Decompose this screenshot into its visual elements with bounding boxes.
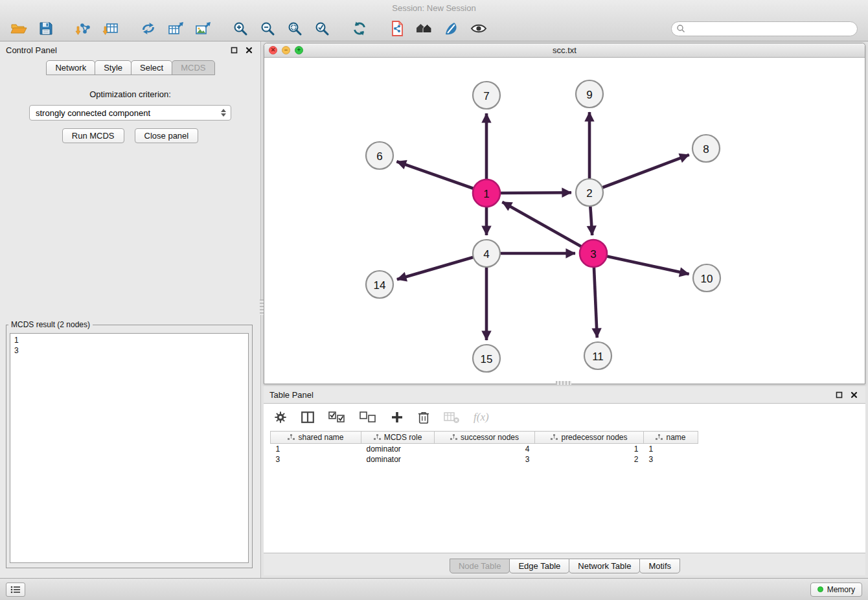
refresh-layout-button[interactable] bbox=[348, 19, 371, 38]
edge-3-10[interactable] bbox=[593, 253, 689, 274]
table-cell[interactable]: dominator bbox=[361, 454, 435, 465]
column-header-label: shared name bbox=[298, 433, 343, 442]
add-column-button[interactable] bbox=[391, 411, 404, 424]
column-sort-icon bbox=[288, 434, 295, 441]
table-cell[interactable]: 1 bbox=[271, 444, 361, 455]
vertical-splitter-handle[interactable] bbox=[260, 299, 264, 315]
zoom-in-button[interactable] bbox=[229, 19, 251, 38]
style-brush-button[interactable] bbox=[440, 19, 463, 38]
float-table-panel-button[interactable] bbox=[833, 389, 845, 400]
save-session-button[interactable] bbox=[35, 19, 57, 38]
unselect-all-button[interactable] bbox=[360, 411, 376, 423]
column-header-successor-nodes[interactable]: successor nodes bbox=[435, 432, 535, 444]
gear-icon bbox=[274, 411, 287, 424]
table-cell[interactable]: 2 bbox=[535, 454, 644, 465]
zoom-selected-button[interactable] bbox=[311, 19, 333, 38]
table-row[interactable]: 1dominator411 bbox=[271, 444, 698, 455]
export-network-button[interactable] bbox=[137, 19, 159, 38]
optimization-criterion-label: Optimization criterion: bbox=[0, 89, 260, 99]
edge-2-8[interactable] bbox=[589, 155, 689, 192]
tab-network[interactable]: Network bbox=[46, 60, 95, 75]
network-document-button[interactable] bbox=[386, 19, 408, 38]
table-tab-node-table[interactable]: Node Table bbox=[450, 559, 510, 573]
function-builder-button: f(x) bbox=[474, 411, 489, 424]
column-header-label: name bbox=[666, 433, 685, 442]
table-panel-title: Table Panel bbox=[269, 390, 314, 400]
float-control-panel-button[interactable] bbox=[228, 44, 240, 56]
column-header-name[interactable]: name bbox=[644, 432, 698, 444]
node-9[interactable]: 9 bbox=[576, 80, 603, 108]
search-icon bbox=[676, 24, 685, 33]
table-cell[interactable]: 3 bbox=[271, 454, 361, 465]
table-cell[interactable]: 1 bbox=[535, 444, 644, 455]
tab-select[interactable]: Select bbox=[131, 60, 172, 75]
column-header-shared-name[interactable]: shared name bbox=[271, 432, 361, 444]
close-table-panel-button[interactable] bbox=[848, 389, 860, 400]
search-input[interactable] bbox=[671, 21, 858, 36]
zoom-out-icon bbox=[260, 21, 275, 36]
minimize-window-button[interactable]: − bbox=[282, 46, 290, 54]
status-menu-button[interactable] bbox=[6, 583, 25, 597]
node-15[interactable]: 15 bbox=[473, 345, 500, 372]
show-columns-button[interactable] bbox=[301, 411, 314, 423]
open-session-button[interactable] bbox=[8, 19, 30, 38]
import-network-icon bbox=[75, 21, 92, 36]
unselect-all-icon bbox=[360, 411, 376, 423]
edge-3-1[interactable] bbox=[502, 202, 593, 253]
table-tab-network-table[interactable]: Network Table bbox=[569, 559, 640, 573]
table-tab-edge-table[interactable]: Edge Table bbox=[509, 559, 569, 573]
import-network-button[interactable] bbox=[73, 19, 95, 38]
node-7[interactable]: 7 bbox=[473, 82, 500, 109]
network-window-titlebar[interactable]: scc.txt ✕ − + bbox=[264, 43, 865, 58]
node-1[interactable]: 1 bbox=[473, 179, 500, 207]
table-tab-motifs[interactable]: Motifs bbox=[639, 559, 680, 573]
table-cell[interactable]: 4 bbox=[435, 444, 535, 455]
horizontal-splitter-handle[interactable] bbox=[556, 381, 571, 385]
network-canvas[interactable]: 7968124314101511 bbox=[264, 58, 865, 384]
node-14[interactable]: 14 bbox=[366, 271, 393, 298]
mcds-result-text[interactable]: 1 3 bbox=[10, 333, 249, 563]
close-mcds-panel-button[interactable]: Close panel bbox=[135, 128, 199, 143]
table-cell[interactable]: 1 bbox=[644, 444, 698, 455]
svg-text:14: 14 bbox=[374, 279, 386, 292]
status-bar: Memory bbox=[0, 578, 868, 600]
table-cell[interactable]: 3 bbox=[644, 454, 698, 465]
export-table-button[interactable] bbox=[165, 19, 187, 38]
zoom-window-button[interactable]: + bbox=[295, 46, 303, 54]
mcds-result-title: MCDS result (2 nodes) bbox=[8, 320, 93, 329]
float-icon bbox=[231, 47, 238, 54]
tab-style[interactable]: Style bbox=[95, 60, 131, 75]
toggle-details-button[interactable] bbox=[468, 19, 490, 38]
table-cell[interactable]: dominator bbox=[361, 444, 435, 455]
close-window-button[interactable]: ✕ bbox=[269, 46, 277, 54]
export-image-button[interactable] bbox=[192, 19, 214, 38]
node-8[interactable]: 8 bbox=[692, 135, 720, 162]
column-header-MCDS-role[interactable]: MCDS role bbox=[361, 432, 435, 444]
tab-mcds[interactable]: MCDS bbox=[172, 60, 214, 75]
memory-button[interactable]: Memory bbox=[810, 583, 862, 597]
zoom-out-button[interactable] bbox=[257, 19, 279, 38]
criterion-dropdown[interactable]: strongly connected component bbox=[29, 105, 231, 121]
node-10[interactable]: 10 bbox=[693, 264, 720, 292]
network-window-title: scc.txt bbox=[264, 45, 865, 55]
table-row[interactable]: 3dominator323 bbox=[271, 454, 698, 465]
homes-button[interactable] bbox=[413, 19, 435, 38]
import-table-button[interactable] bbox=[100, 19, 122, 38]
list-icon bbox=[10, 586, 21, 594]
delete-column-button[interactable] bbox=[418, 410, 429, 424]
svg-text:9: 9 bbox=[586, 89, 592, 101]
zoom-fit-button[interactable] bbox=[284, 19, 306, 38]
node-11[interactable]: 11 bbox=[584, 342, 611, 369]
node-3[interactable]: 3 bbox=[580, 240, 607, 267]
node-6[interactable]: 6 bbox=[366, 142, 393, 169]
column-header-predecessor-nodes[interactable]: predecessor nodes bbox=[535, 432, 644, 444]
main-toolbar bbox=[0, 16, 868, 41]
table-settings-button[interactable] bbox=[274, 411, 287, 424]
node-2[interactable]: 2 bbox=[576, 179, 603, 206]
close-control-panel-button[interactable] bbox=[243, 44, 255, 56]
table-cell[interactable]: 3 bbox=[435, 454, 535, 465]
run-mcds-button[interactable]: Run MCDS bbox=[62, 128, 124, 143]
select-all-button[interactable] bbox=[328, 411, 345, 423]
node-4[interactable]: 4 bbox=[473, 240, 500, 267]
control-panel-title: Control Panel bbox=[6, 45, 57, 55]
